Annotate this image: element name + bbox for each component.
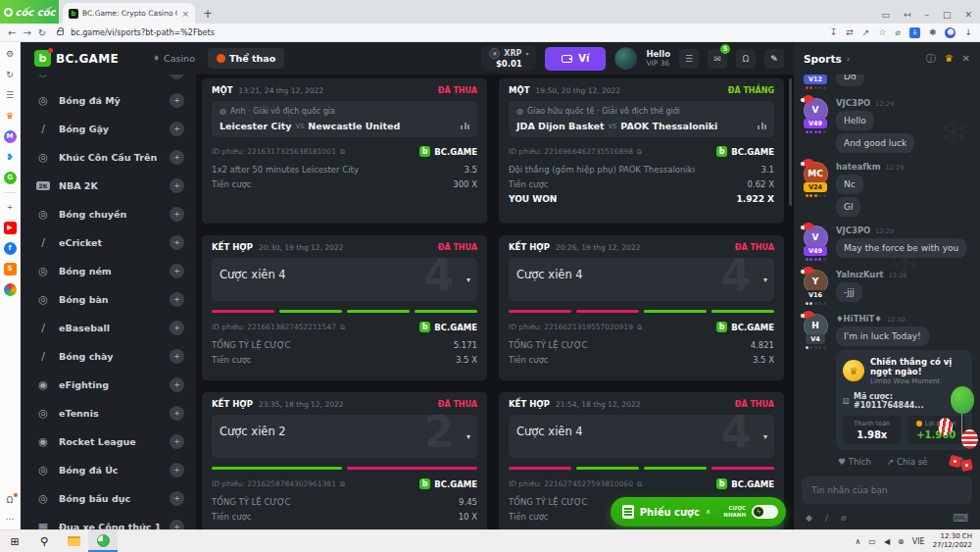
currency-selector[interactable]: ✕ XRP ▾ $0.01 <box>481 46 536 71</box>
misc-app-icon[interactable] <box>4 283 17 296</box>
sidebar-sport-item[interactable]: ◎ Khúc Côn Cầu Trên Băng ＋ <box>21 143 196 172</box>
bet-list-icon[interactable]: ☰ <box>679 49 699 69</box>
tab-close-icon[interactable]: × <box>181 9 189 19</box>
info-icon[interactable]: ⓘ <box>926 52 936 66</box>
sidebar-sport-item[interactable]: ◎ eTennis ＋ <box>21 399 196 427</box>
coccoc-menu-button[interactable]: cốc cốc <box>0 0 59 24</box>
tray-app-icon[interactable]: ⊗ <box>898 537 905 546</box>
copy-icon[interactable]: ⧉ <box>340 480 345 488</box>
messenger-icon[interactable]: M <box>4 130 17 143</box>
chevron-right-icon[interactable]: › <box>847 54 851 64</box>
copy-icon[interactable]: ⧉ <box>340 148 345 156</box>
expand-plus-button[interactable]: ＋ <box>170 491 184 506</box>
sidebar-sport-item[interactable]: ∕ Bóng Gậy ＋ <box>21 115 196 143</box>
window-maximize-button[interactable]: □ <box>943 10 952 20</box>
wallet-button[interactable]: Ví <box>545 47 606 71</box>
emoji-icon[interactable]: ☺ <box>954 456 964 469</box>
expand-plus-button[interactable]: ＋ <box>170 264 184 278</box>
bcgame-logo[interactable]: b BC.GAME <box>34 50 119 67</box>
copy-icon[interactable]: ⧉ <box>637 324 642 331</box>
expand-plus-button[interactable]: ＋ <box>170 75 184 79</box>
twitter-icon[interactable]: ❥ <box>4 151 17 164</box>
expand-plus-button[interactable]: ＋ <box>170 150 184 165</box>
expand-caret-icon[interactable]: ▾ <box>763 432 767 441</box>
notifications-bell-icon[interactable]: Ω <box>4 494 17 507</box>
expand-plus-button[interactable]: ＋ <box>170 235 184 250</box>
bet-event-panel[interactable]: Cược xiên 44▾ <box>509 415 774 458</box>
sidebar-sport-item[interactable]: ▦ Đua xe Công thức 1 ＋ <box>21 513 196 529</box>
chat-message-input[interactable] <box>802 477 972 504</box>
browser-profile-avatar[interactable]: ☻ <box>945 27 956 38</box>
tray-volume-icon[interactable]: ◀ <box>884 537 890 546</box>
bell-icon[interactable]: Ω <box>736 49 756 69</box>
chat-toggle-icon[interactable]: ✎ <box>764 49 784 69</box>
facebook-icon[interactable]: f <box>4 242 17 255</box>
expand-caret-icon[interactable]: ▾ <box>466 276 470 284</box>
slash-command-icon[interactable]: ∕ <box>825 513 828 523</box>
bookmark-star-icon[interactable]: ☆ <box>878 27 886 37</box>
bet-event-panel[interactable]: ◍Anh · Giải vô địch quốc giaLeicester Ci… <box>212 101 477 137</box>
expand-plus-button[interactable]: ＋ <box>170 520 184 529</box>
save-page-icon[interactable]: ↧ <box>830 27 838 37</box>
youtube-icon[interactable]: ▶ <box>4 222 17 234</box>
copy-icon[interactable]: ⧉ <box>340 324 345 331</box>
tray-network-icon[interactable]: ▭ <box>868 537 876 546</box>
bet-code-link[interactable]: ⚄Mã cược: #1011764844...› <box>843 392 965 410</box>
bet-event-panel[interactable]: Cược xiên 44▾ <box>212 258 477 301</box>
file-explorer-button[interactable] <box>59 530 88 552</box>
expand-plus-button[interactable]: ＋ <box>170 93 184 108</box>
expand-caret-icon[interactable]: ▾ <box>763 276 767 284</box>
search-button[interactable]: ⚲ <box>29 530 59 552</box>
back-icon[interactable]: ← <box>8 27 16 38</box>
bet-event-panel[interactable]: ◍Giao hữu quốc tế · Giải vô địch thế giớ… <box>509 101 774 137</box>
sidebar-sport-item[interactable]: ◎ Bóng ném ＋ <box>21 257 196 285</box>
window-close-button[interactable]: ✕ <box>964 10 972 20</box>
games-controller-icon[interactable]: G <box>4 172 17 184</box>
start-button[interactable]: ⊞ <box>0 530 29 552</box>
stats-chart-icon[interactable] <box>461 123 469 129</box>
user-avatar[interactable] <box>614 47 637 70</box>
sidebar-sport-item[interactable]: ◎ Bóng đá Úc ＋ <box>21 456 196 484</box>
browser-tab[interactable]: b BC.Game: Crypto Casino Gan × <box>63 3 195 24</box>
chat-room-title[interactable]: Sports <box>804 53 842 65</box>
forward-icon[interactable]: → <box>23 27 30 38</box>
close-chat-icon[interactable]: ✕ <box>962 53 970 64</box>
sidebar-sport-item[interactable]: ∕ Bóng chày ＋ <box>21 342 196 371</box>
expand-plus-button[interactable]: ＋ <box>170 122 184 136</box>
expand-plus-button[interactable]: ＋ <box>170 207 184 222</box>
expand-plus-button[interactable]: ＋ <box>170 321 184 335</box>
clock[interactable]: 12:30 CH 27/12/2022 <box>933 532 972 551</box>
history-icon[interactable]: ↻ <box>4 69 17 81</box>
nav-tab-sports[interactable]: Thể thao <box>208 48 284 69</box>
expand-plus-button[interactable]: ＋ <box>170 463 184 477</box>
like-button[interactable]: ♥ Thích <box>838 457 871 467</box>
shop-app-icon[interactable]: S <box>4 263 17 276</box>
mail-icon[interactable]: ✉5 <box>708 49 727 69</box>
chat-username[interactable]: YalnızKurt <box>836 270 884 279</box>
tab-pin-icon[interactable]: ↤ <box>904 10 911 20</box>
extensions-icon[interactable]: ✱ <box>929 27 937 37</box>
reload-icon[interactable]: ↻ <box>38 27 46 38</box>
window-minimize-button[interactable]: – <box>924 10 929 20</box>
rain-tip-icon[interactable]: ◆ <box>806 513 812 523</box>
expand-plus-button[interactable]: ＋ <box>170 377 184 392</box>
bet-card[interactable]: MỘT 13:21, 24 thg 12, 2022 ĐÃ THUA ◍Anh … <box>202 78 487 224</box>
bet-card[interactable]: KẾT HỢP 20:26, 19 thg 12, 2022 ĐÃ THUA C… <box>499 235 784 380</box>
bet-event-panel[interactable]: Cược xiên 44▾ <box>509 258 774 301</box>
trophy-icon[interactable]: ♛ <box>945 53 954 64</box>
copy-icon[interactable]: ⧉ <box>637 480 642 488</box>
lock-icon[interactable] <box>57 30 64 35</box>
crown-icon[interactable]: ♛ <box>4 110 17 123</box>
bet-card[interactable]: KẾT HỢP 23:35, 18 thg 12, 2022 ĐÃ THUA C… <box>202 392 487 537</box>
main-scrollbar[interactable] <box>789 78 792 206</box>
translate-icon[interactable]: ⇄ <box>846 27 854 37</box>
chat-username[interactable]: VJC3PO <box>836 98 870 108</box>
sidebar-sport-item[interactable]: ∕ eBaseball ＋ <box>21 314 196 342</box>
chat-rules-icon[interactable]: ⌀ <box>841 513 846 523</box>
tab-media-icon[interactable]: ▭ <box>881 10 890 20</box>
sidebar-sport-item[interactable]: ◉ Rocket League ＋ <box>21 427 196 456</box>
download-manager-icon[interactable]: ↓ <box>909 27 920 38</box>
feed-list-icon[interactable]: ☰ <box>4 89 17 102</box>
chat-username[interactable]: VJC3PO <box>836 226 870 235</box>
bet-event-panel[interactable]: Cược xiên 22▾ <box>212 415 477 458</box>
